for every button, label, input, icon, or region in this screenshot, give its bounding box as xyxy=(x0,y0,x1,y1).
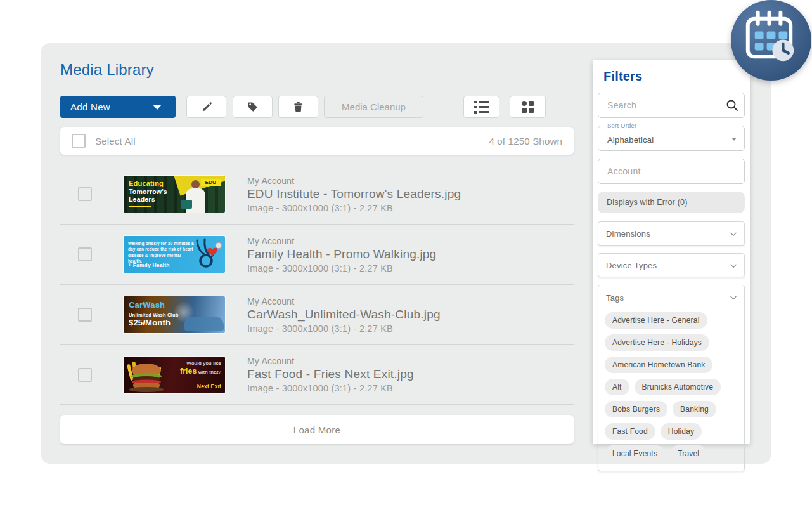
tags-section-header[interactable]: Tags xyxy=(598,285,744,310)
pencil-icon xyxy=(200,101,213,114)
item-details: My Account Family Health - Promo Walking… xyxy=(247,236,436,273)
search-icon xyxy=(725,98,739,112)
chevron-down-icon xyxy=(729,261,738,270)
calendar-clock-icon xyxy=(731,0,811,81)
trash-icon xyxy=(292,101,304,113)
item-filename: CarWash_Unlimited-Wash-Club.jpg xyxy=(247,308,441,322)
edit-button[interactable] xyxy=(186,96,226,118)
item-thumbnail-fastfood[interactable]: Would you like fries with that? Next Exi… xyxy=(124,357,225,393)
edu-badge: EDU xyxy=(201,179,221,186)
tag-pill[interactable]: Banking xyxy=(673,401,716,417)
book-art xyxy=(181,200,192,209)
section-label: Device Types xyxy=(606,261,657,270)
item-checkbox[interactable] xyxy=(78,308,92,322)
item-filename: Family Health - Promo Walking.jpg xyxy=(247,247,436,261)
filters-panel: Filters Sort Order Alphabetical Displays… xyxy=(593,60,750,444)
filter-section-dimensions[interactable]: Dimensions xyxy=(598,221,745,246)
burger-fries-art xyxy=(124,358,173,393)
tag-pill[interactable]: Bobs Burgers xyxy=(605,401,667,417)
select-all-bar: Select All 4 of 1250 Shown xyxy=(60,127,574,155)
load-more-button[interactable]: Load More xyxy=(60,415,574,444)
filter-section-tags: Tags Advertise Here - General Advertise … xyxy=(598,285,745,471)
chevron-down-icon xyxy=(729,293,738,302)
item-meta: Image - 3000x1000 (3:1) - 2.27 KB xyxy=(247,324,441,334)
thumb-text: Would you like fries with that? xyxy=(180,360,221,377)
tag-icon xyxy=(247,101,259,113)
thumb-price: $25/Month xyxy=(129,318,171,327)
media-item-list: Educating Tomorrow's Leaders EDU My Acco… xyxy=(60,164,574,405)
item-account: My Account xyxy=(247,236,436,246)
tag-pill[interactable]: Fast Food xyxy=(605,423,655,440)
stethoscope-heart-art xyxy=(190,238,224,271)
list-view-button[interactable] xyxy=(463,96,499,118)
account-input[interactable] xyxy=(598,159,745,184)
tag-pill[interactable]: American Hometown Bank xyxy=(605,357,712,373)
item-checkbox[interactable] xyxy=(78,368,92,382)
thumb-text: Educating Tomorrow's Leaders xyxy=(129,180,167,207)
item-account: My Account xyxy=(247,176,461,186)
tag-pill[interactable]: Local Events xyxy=(605,445,665,462)
thumb-brand: CarWash xyxy=(129,300,165,310)
tag-pill[interactable]: Brunicks Automotive xyxy=(635,379,721,395)
thumb-cta: Next Exit xyxy=(197,383,221,390)
caret-down-icon xyxy=(731,138,737,141)
thumb-brand: + Family Health xyxy=(128,262,170,268)
item-meta: Image - 3000x1000 (3:1) - 2.27 KB xyxy=(247,263,436,273)
media-item-row: Would you like fries with that? Next Exi… xyxy=(60,344,574,405)
page-title: Media Library xyxy=(60,61,154,79)
sort-order-select[interactable]: Sort Order Alphabetical xyxy=(598,126,745,151)
thumb-text: Walking briskly for 30 minutes a day can… xyxy=(128,240,194,264)
section-label: Dimensions xyxy=(606,229,650,239)
select-all-checkbox[interactable] xyxy=(72,134,86,148)
sort-order-label: Sort Order xyxy=(605,122,639,129)
filter-section-device-types[interactable]: Device Types xyxy=(598,253,745,277)
student-art xyxy=(191,180,200,188)
item-details: My Account Fast Food - Fries Next Exit.j… xyxy=(247,356,414,393)
shown-count: 4 of 1250 Shown xyxy=(489,136,562,147)
add-new-label: Add New xyxy=(70,102,110,112)
grid-view-icon xyxy=(522,101,534,113)
item-thumbnail-health[interactable]: Walking briskly for 30 minutes a day can… xyxy=(124,236,225,273)
media-library-page: Media Library Add New xyxy=(0,0,812,505)
thumb-line: Unlimited Wash Club xyxy=(129,312,179,318)
fries-word: fries xyxy=(180,367,197,376)
displays-with-error-filter[interactable]: Displays with Error (0) xyxy=(598,192,745,213)
media-item-row: Walking briskly for 30 minutes a day can… xyxy=(60,224,574,284)
item-account: My Account xyxy=(247,296,441,306)
media-item-row: Educating Tomorrow's Leaders EDU My Acco… xyxy=(60,164,574,224)
chevron-down-icon xyxy=(153,105,162,110)
search-input[interactable] xyxy=(598,93,745,118)
filters-title: Filters xyxy=(603,69,745,84)
list-view-icon xyxy=(474,101,489,114)
car-art xyxy=(184,317,224,331)
tag-pill[interactable]: Advertise Here - General xyxy=(605,312,707,329)
item-filename: EDU Institute - Tomorrow's Leaders.jpg xyxy=(247,187,461,201)
grid-view-button[interactable] xyxy=(510,96,546,118)
item-details: My Account CarWash_Unlimited-Wash-Club.j… xyxy=(247,296,441,334)
tag-pill-list: Advertise Here - General Advertise Here … xyxy=(598,310,744,463)
item-checkbox[interactable] xyxy=(78,187,92,201)
delete-button[interactable] xyxy=(278,96,318,118)
item-meta: Image - 3000x1000 (3:1) - 2.27 KB xyxy=(247,203,461,213)
tag-button[interactable] xyxy=(233,96,273,118)
tag-pill[interactable]: Travel xyxy=(670,445,707,462)
item-meta: Image - 3000x1000 (3:1) - 2.27 KB xyxy=(247,383,414,393)
tag-pill[interactable]: Advertise Here - Holidays xyxy=(605,334,709,351)
sort-order-value: Alphabetical xyxy=(607,135,654,145)
add-new-button[interactable]: Add New xyxy=(60,96,176,118)
media-cleanup-button[interactable]: Media Cleanup xyxy=(324,96,423,118)
tag-pill[interactable]: Alt xyxy=(605,379,629,395)
section-label: Tags xyxy=(606,293,624,303)
schedule-badge-button[interactable] xyxy=(731,0,811,81)
item-checkbox[interactable] xyxy=(78,247,92,261)
chevron-down-icon xyxy=(729,230,738,239)
media-item-row: CarWash Unlimited Wash Club $25/Month My… xyxy=(60,284,574,344)
tag-pill[interactable]: Holiday xyxy=(661,423,702,440)
item-thumbnail-carwash[interactable]: CarWash Unlimited Wash Club $25/Month xyxy=(124,296,225,333)
item-thumbnail-edu[interactable]: Educating Tomorrow's Leaders EDU xyxy=(124,176,225,213)
item-details: My Account EDU Institute - Tomorrow's Le… xyxy=(247,176,461,213)
search-field-wrap xyxy=(598,93,745,118)
item-account: My Account xyxy=(247,356,414,366)
item-filename: Fast Food - Fries Next Exit.jpg xyxy=(247,367,414,381)
account-field-wrap xyxy=(598,159,745,184)
